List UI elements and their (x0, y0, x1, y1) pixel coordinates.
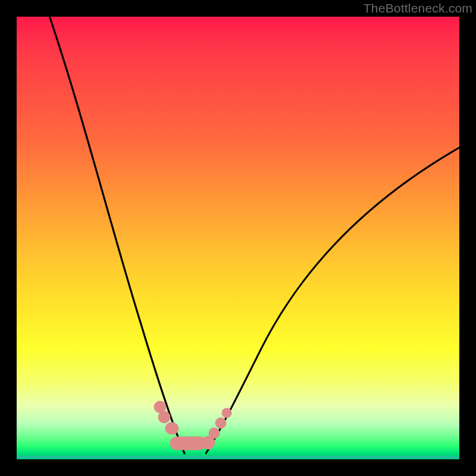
valley-markers (154, 401, 231, 450)
svg-rect-3 (170, 437, 206, 450)
outer-frame: TheBottleneck.com (0, 0, 476, 476)
svg-point-1 (158, 411, 170, 423)
left-curve (48, 17, 184, 453)
svg-point-5 (209, 428, 220, 439)
svg-rect-2 (165, 422, 178, 434)
watermark-text: TheBottleneck.com (364, 1, 472, 15)
curve-layer (17, 17, 459, 459)
svg-point-7 (222, 408, 231, 418)
plot-area (17, 17, 459, 459)
right-curve (206, 148, 459, 453)
svg-point-6 (215, 418, 226, 428)
